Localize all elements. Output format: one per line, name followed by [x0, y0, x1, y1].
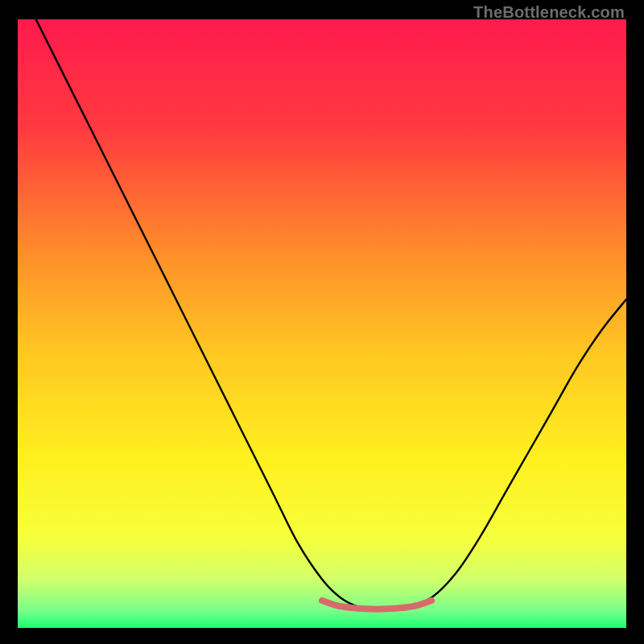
bottleneck-curve: [36, 19, 626, 609]
plot-area: [18, 19, 626, 628]
watermark-text: TheBottleneck.com: [473, 3, 625, 22]
optimal-band: [322, 601, 431, 609]
chart-container: TheBottleneck.com: [0, 0, 644, 644]
chart-curves: [18, 19, 626, 628]
